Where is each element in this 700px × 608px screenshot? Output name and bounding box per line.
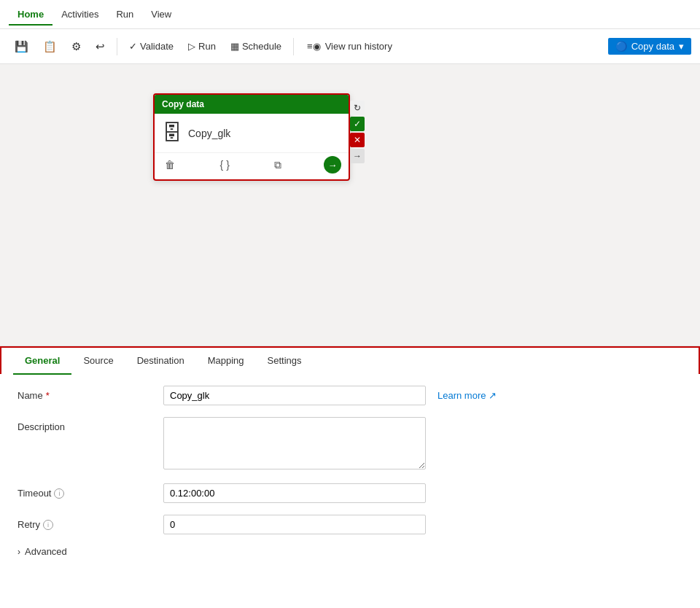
name-row: Name Learn more ↗ bbox=[18, 386, 682, 405]
activity-node-body: 🗄 Copy_glk bbox=[155, 114, 349, 152]
timeout-input[interactable] bbox=[163, 483, 426, 503]
save-icon: 💾 bbox=[15, 40, 28, 53]
run-button[interactable]: ▷ Run bbox=[182, 38, 222, 55]
retry-input[interactable] bbox=[163, 515, 426, 534]
name-input-container bbox=[163, 386, 426, 405]
menu-item-view[interactable]: View bbox=[142, 3, 180, 26]
canvas[interactable]: Copy data 🗄 Copy_glk 🗑 { } ⧉ → ↻ ✓ ✕ → bbox=[0, 64, 700, 346]
timeout-label: Timeout i bbox=[18, 483, 163, 499]
description-label: Description bbox=[18, 417, 163, 432]
toolbar-divider-2 bbox=[293, 38, 294, 55]
schedule-icon: ▦ bbox=[230, 41, 239, 52]
menu-item-activities[interactable]: Activities bbox=[52, 3, 107, 26]
learn-more-link[interactable]: Learn more ↗ bbox=[438, 386, 497, 401]
schedule-label: Schedule bbox=[242, 41, 281, 52]
tab-source[interactable]: Source bbox=[71, 348, 125, 375]
copy-data-label: Copy data bbox=[631, 41, 674, 52]
form-area: Name Learn more ↗ Description Timeout i bbox=[0, 374, 700, 608]
advanced-chevron-icon: › bbox=[18, 547, 20, 557]
node-arrow-icon[interactable]: → bbox=[350, 149, 365, 163]
toolbar-divider-1 bbox=[117, 38, 117, 55]
timeout-row: Timeout i bbox=[18, 483, 682, 503]
save-button[interactable]: 💾 bbox=[9, 37, 34, 56]
learn-more-icon: ↗ bbox=[489, 390, 497, 401]
toolbar: 💾 📋 ⚙ ↩ ✓ Validate ▷ Run ▦ Schedule ≡◉ V… bbox=[0, 29, 700, 64]
activity-node-title: Copy data bbox=[162, 99, 204, 109]
undo-button[interactable]: ↩ bbox=[90, 37, 111, 56]
copy-data-icon: 🔵 bbox=[615, 41, 627, 52]
run-label: Run bbox=[198, 41, 216, 52]
delete-icon[interactable]: 🗑 bbox=[162, 157, 178, 172]
retry-row: Retry i bbox=[18, 515, 682, 534]
advanced-section[interactable]: › Advanced bbox=[18, 546, 682, 557]
node-close-icon[interactable]: ✕ bbox=[350, 133, 365, 147]
copy-icon[interactable]: ⧉ bbox=[271, 157, 284, 173]
bottom-panel: General Source Destination Mapping Setti… bbox=[0, 346, 700, 608]
advanced-label: Advanced bbox=[25, 546, 67, 557]
copy-data-button[interactable]: 🔵 Copy data ▾ bbox=[608, 38, 691, 55]
activity-node-header: Copy data bbox=[155, 95, 349, 114]
tab-settings[interactable]: Settings bbox=[256, 348, 314, 375]
retry-input-container bbox=[163, 515, 426, 534]
tab-destination[interactable]: Destination bbox=[125, 348, 196, 375]
validate-checkmark-icon: ✓ bbox=[129, 41, 137, 52]
menu-item-run[interactable]: Run bbox=[107, 3, 142, 26]
node-side-icons: ↻ ✓ ✕ → bbox=[350, 101, 365, 163]
retry-info-icon[interactable]: i bbox=[43, 520, 53, 530]
description-row: Description bbox=[18, 417, 682, 472]
settings-icon: ⚙ bbox=[71, 40, 81, 53]
validate-label: Validate bbox=[140, 41, 174, 52]
tab-general[interactable]: General bbox=[13, 348, 71, 375]
view-run-history-label: View run history bbox=[325, 41, 392, 52]
tab-mapping[interactable]: Mapping bbox=[196, 348, 256, 375]
description-input-container bbox=[163, 417, 426, 472]
run-play-icon: ▷ bbox=[188, 41, 195, 52]
menu-item-home[interactable]: Home bbox=[9, 3, 52, 26]
description-input[interactable] bbox=[163, 417, 426, 469]
schedule-button[interactable]: ▦ Schedule bbox=[225, 38, 287, 55]
copy-data-dropdown-icon: ▾ bbox=[679, 41, 684, 52]
name-label: Name bbox=[18, 386, 163, 401]
tab-bar: General Source Destination Mapping Setti… bbox=[0, 346, 700, 374]
activity-node-name: Copy_glk bbox=[188, 128, 230, 139]
portal-icon: 📋 bbox=[43, 40, 57, 53]
menu-bar: Home Activities Run View bbox=[0, 0, 700, 29]
portal-button[interactable]: 📋 bbox=[37, 37, 63, 56]
settings-button[interactable]: ⚙ bbox=[66, 37, 87, 56]
action-arrow-button[interactable]: → bbox=[324, 156, 341, 174]
timeout-input-container bbox=[163, 483, 426, 503]
name-input[interactable] bbox=[163, 386, 426, 405]
view-run-history-button[interactable]: ≡◉ View run history bbox=[300, 38, 400, 55]
code-icon[interactable]: { } bbox=[217, 157, 233, 172]
timeout-info-icon[interactable]: i bbox=[54, 488, 64, 499]
undo-icon: ↩ bbox=[96, 40, 105, 53]
node-check-icon[interactable]: ✓ bbox=[350, 117, 365, 131]
node-refresh-icon[interactable]: ↻ bbox=[350, 101, 365, 115]
learn-more-label: Learn more bbox=[438, 390, 486, 401]
activity-node-actions: 🗑 { } ⧉ → bbox=[155, 152, 349, 179]
validate-button[interactable]: ✓ Validate bbox=[123, 38, 179, 55]
activity-node[interactable]: Copy data 🗄 Copy_glk 🗑 { } ⧉ → ↻ ✓ ✕ → bbox=[153, 93, 350, 181]
view-run-history-icon: ≡◉ bbox=[307, 41, 321, 52]
retry-label: Retry i bbox=[18, 515, 163, 530]
database-icon: 🗄 bbox=[162, 121, 182, 145]
